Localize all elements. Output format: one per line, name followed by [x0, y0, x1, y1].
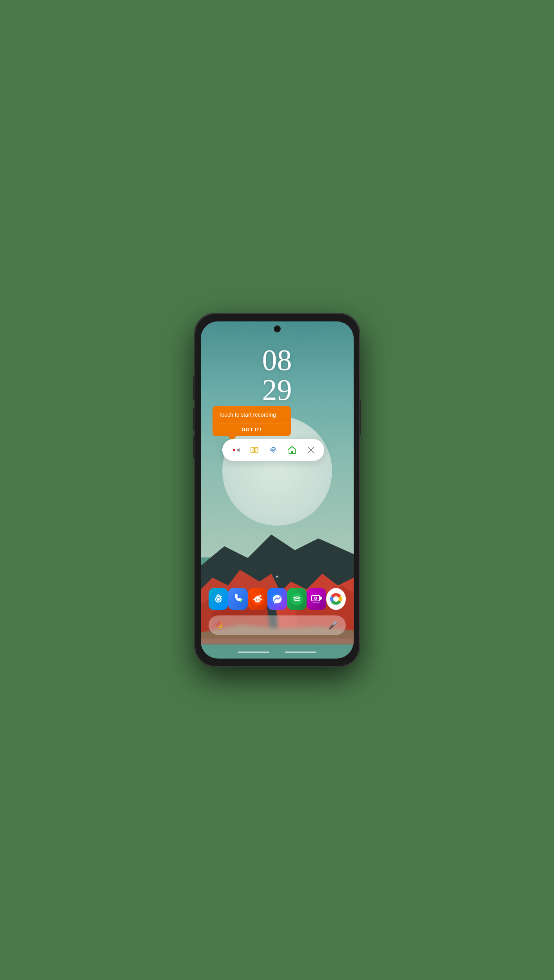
svg-marker-11: [237, 448, 240, 452]
svg-marker-7: [201, 639, 354, 644]
search-bar[interactable]: G 🎤: [209, 615, 346, 635]
svg-point-15: [256, 448, 258, 449]
svg-point-23: [220, 596, 222, 597]
front-camera: [274, 326, 280, 332]
svg-point-29: [260, 599, 262, 600]
mic-icon[interactable]: 🎤: [328, 621, 338, 630]
apps-row: [201, 588, 354, 610]
navigation-bar: [201, 649, 354, 655]
svg-point-27: [258, 599, 260, 600]
svg-point-16: [272, 452, 273, 452]
svg-point-10: [233, 449, 235, 451]
svg-point-30: [253, 599, 255, 600]
svg-point-26: [256, 599, 257, 600]
tooltip-message: Touch to start recording: [219, 411, 285, 419]
tooltip-divider: [219, 423, 285, 423]
close-icon[interactable]: [304, 443, 318, 457]
broadcast-icon[interactable]: [266, 443, 280, 457]
svg-point-14: [254, 449, 255, 451]
screenshot-icon[interactable]: [247, 443, 262, 457]
dock-area: ^: [201, 574, 354, 635]
swipe-indicator: ^: [201, 574, 354, 583]
got-it-button[interactable]: GOT IT!: [219, 426, 285, 432]
phone-app[interactable]: [228, 588, 248, 610]
nav-pill-left: [238, 652, 269, 653]
camera-app[interactable]: [209, 588, 228, 610]
clock-minute: 29: [262, 375, 292, 405]
phone-screen: 08 29 Touch to start recording GOT IT!: [201, 321, 354, 659]
clock-hour: 08: [262, 345, 292, 375]
svg-point-41: [333, 596, 339, 602]
svg-rect-17: [291, 451, 293, 454]
google-g-logo: G: [216, 620, 223, 630]
nav-pill-right: [285, 652, 316, 653]
home-icon[interactable]: [285, 443, 299, 457]
record-video-icon[interactable]: [229, 443, 243, 457]
svg-rect-38: [312, 602, 320, 603]
clock-widget: 08 29: [262, 345, 292, 405]
swipe-up-icon: ^: [275, 574, 278, 583]
reddit-app[interactable]: [248, 588, 267, 610]
svg-point-25: [254, 596, 261, 603]
svg-point-21: [217, 598, 220, 601]
screen-recorder-app[interactable]: [307, 588, 326, 610]
floating-toolbar: [222, 439, 324, 461]
color-os-app[interactable]: [326, 588, 346, 610]
spotify-app[interactable]: [287, 588, 307, 610]
messenger-app[interactable]: [267, 588, 287, 610]
phone-device: 08 29 Touch to start recording GOT IT!: [195, 314, 360, 666]
svg-point-36: [315, 597, 316, 599]
recording-tooltip[interactable]: Touch to start recording GOT IT!: [213, 406, 291, 436]
